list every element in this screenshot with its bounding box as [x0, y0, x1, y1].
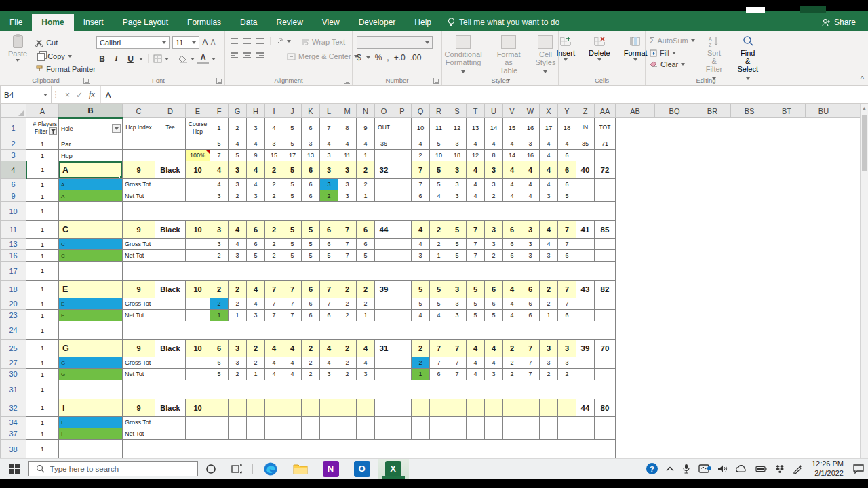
cell-G24[interactable] — [229, 321, 247, 340]
cell-x10[interactable] — [842, 202, 861, 221]
clear-button[interactable]: Clear — [650, 60, 695, 68]
cell-BU2[interactable] — [806, 138, 842, 150]
cell-Q30[interactable]: 1 — [412, 369, 430, 380]
cell-BQ34[interactable] — [655, 417, 694, 428]
cell-D24[interactable] — [155, 321, 186, 340]
cell-C10[interactable] — [123, 202, 155, 221]
cell-H32[interactable] — [247, 399, 265, 417]
cell-F2[interactable]: 5 — [210, 138, 229, 150]
cell-N34[interactable] — [357, 417, 375, 428]
cell-B13[interactable]: C — [59, 239, 123, 250]
cell-K38[interactable] — [302, 440, 320, 459]
cell-B32[interactable]: I — [59, 399, 123, 417]
cell-O2[interactable]: 36 — [375, 138, 393, 150]
cell-BQ24[interactable] — [655, 321, 694, 340]
cell-BU1[interactable] — [806, 118, 842, 138]
col-header-V[interactable]: V — [503, 104, 521, 118]
cell-U3[interactable]: 8 — [485, 150, 503, 161]
tab-help[interactable]: Help — [405, 14, 441, 31]
cell-I13[interactable]: 2 — [265, 239, 283, 250]
cell-AB30[interactable] — [616, 369, 655, 380]
cell-P17[interactable] — [393, 262, 412, 281]
cell-U10[interactable] — [485, 202, 503, 221]
cell-K10[interactable] — [302, 202, 320, 221]
cell-P1[interactable] — [393, 118, 412, 138]
scrollbar-thumb[interactable] — [862, 115, 867, 171]
cell-x6[interactable] — [842, 179, 861, 190]
cell-V38[interactable] — [503, 440, 521, 459]
cell-G18[interactable]: 2 — [229, 281, 247, 298]
cell-BS27[interactable] — [731, 357, 768, 369]
cell-D1[interactable]: Tee — [155, 118, 186, 138]
cell-AA17[interactable] — [595, 262, 616, 281]
insert-cells-button[interactable]: Insert — [552, 34, 579, 62]
cell-V18[interactable]: 4 — [503, 281, 521, 298]
cell-R16[interactable]: 1 — [430, 250, 448, 262]
cell-x38[interactable] — [842, 440, 861, 459]
cell-J30[interactable]: 4 — [283, 369, 302, 380]
cell-N32[interactable] — [357, 399, 375, 417]
cell-C32[interactable]: 9 — [123, 399, 155, 417]
borders-icon[interactable] — [153, 54, 162, 63]
cell-R30[interactable]: 6 — [430, 369, 448, 380]
cell-Z27[interactable] — [576, 357, 595, 369]
cell-X9[interactable]: 3 — [540, 190, 558, 202]
cell-Z38[interactable] — [576, 440, 595, 459]
cell-G9[interactable]: 2 — [229, 190, 247, 202]
cell-B23[interactable]: E — [59, 310, 123, 321]
col-header-G[interactable]: G — [229, 104, 247, 118]
cell-N31[interactable] — [357, 380, 375, 399]
cell-U30[interactable]: 3 — [485, 369, 503, 380]
cell-B10[interactable] — [59, 202, 123, 221]
cell-L31[interactable] — [320, 380, 338, 399]
font-dialog-launcher[interactable] — [216, 78, 222, 84]
cell-H4[interactable]: 4 — [247, 161, 265, 179]
cell-BT11[interactable] — [768, 221, 806, 239]
cell-G2[interactable]: 4 — [229, 138, 247, 150]
col-header-BT[interactable]: BT — [768, 104, 806, 118]
cell-AB23[interactable] — [616, 310, 655, 321]
cell-H3[interactable]: 9 — [247, 150, 265, 161]
cell-X2[interactable]: 4 — [540, 138, 558, 150]
cell-Q13[interactable]: 4 — [412, 239, 430, 250]
cell-C11[interactable]: 9 — [123, 221, 155, 239]
cell-W32[interactable] — [521, 399, 540, 417]
cell-H30[interactable]: 1 — [247, 369, 265, 380]
cell-BU24[interactable] — [806, 321, 842, 340]
cell-O38[interactable] — [375, 440, 393, 459]
cell-P38[interactable] — [393, 440, 412, 459]
cell-BT37[interactable] — [768, 428, 806, 440]
cell-V27[interactable]: 2 — [503, 357, 521, 369]
cell-R9[interactable]: 4 — [430, 190, 448, 202]
cell-S32[interactable] — [448, 399, 467, 417]
cell-x17[interactable] — [842, 262, 861, 281]
cell-BQ18[interactable] — [655, 281, 694, 298]
cell-BR16[interactable] — [694, 250, 731, 262]
cell-L13[interactable]: 6 — [320, 239, 338, 250]
cell-L27[interactable]: 4 — [320, 357, 338, 369]
cell-Q1[interactable]: 10 — [412, 118, 430, 138]
fill-button[interactable]: Fill — [650, 49, 695, 57]
cell-O32[interactable] — [375, 399, 393, 417]
cell-W18[interactable]: 6 — [521, 281, 540, 298]
cell-R1[interactable]: 11 — [430, 118, 448, 138]
cell-BQ16[interactable] — [655, 250, 694, 262]
cell-M30[interactable]: 2 — [338, 369, 357, 380]
cell-AB17[interactable] — [616, 262, 655, 281]
cell-N16[interactable]: 5 — [357, 250, 375, 262]
cell-D17[interactable] — [155, 262, 186, 281]
cell-M17[interactable] — [338, 262, 357, 281]
cell-U37[interactable] — [485, 428, 503, 440]
cell-D10[interactable] — [155, 202, 186, 221]
align-center-icon[interactable] — [242, 51, 252, 60]
cell-BT17[interactable] — [768, 262, 806, 281]
dropbox-tray-button[interactable] — [771, 464, 789, 473]
cell-I3[interactable]: 15 — [265, 150, 283, 161]
cell-L9[interactable]: 2 — [320, 190, 338, 202]
cell-BU10[interactable] — [806, 202, 842, 221]
cell-BR27[interactable] — [694, 357, 731, 369]
cell-S9[interactable]: 3 — [448, 190, 467, 202]
cell-U17[interactable] — [485, 262, 503, 281]
row-header-23[interactable]: 23 — [1, 310, 26, 321]
cell-S1[interactable]: 12 — [448, 118, 467, 138]
